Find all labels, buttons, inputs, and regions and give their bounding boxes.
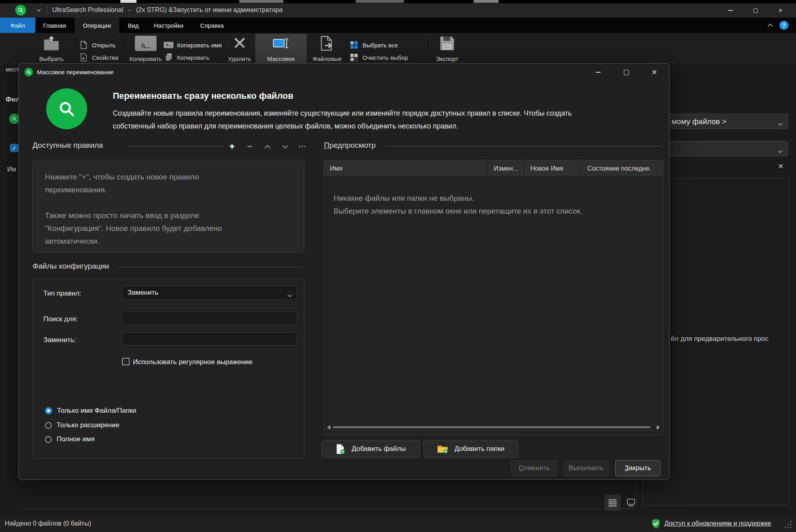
clear-filter-button[interactable]: ✕	[778, 162, 784, 171]
background-artifact	[474, 0, 499, 3]
tab-help[interactable]: Справка	[194, 18, 230, 33]
preview-pane-button[interactable]	[623, 495, 639, 511]
ribbon-delete-button[interactable]: ✕ Удалить	[227, 34, 252, 63]
ribbon-properties-button[interactable]: Свойства	[79, 52, 118, 63]
radio-name-only[interactable]: Только имя Файла/Папки	[45, 407, 136, 415]
ribbon-select-button[interactable]: Выбрать	[32, 34, 71, 63]
rule-type-select[interactable]: Заменить	[122, 286, 297, 300]
dialog-titlebar[interactable]: Массовое переименование ✕	[19, 63, 669, 81]
section-divider	[386, 146, 662, 147]
add-files-button[interactable]: Добавить файлы	[322, 440, 420, 458]
file-arrow-icon	[320, 34, 334, 53]
tab-home[interactable]: Главная	[39, 18, 71, 33]
replace-input[interactable]	[122, 332, 297, 345]
scrollbar-track[interactable]	[332, 424, 655, 431]
minimize-icon	[728, 10, 733, 11]
ribbon-select-all-button[interactable]: Выбрать все	[349, 39, 398, 51]
move-rule-up-button[interactable]	[263, 142, 272, 151]
ribbon-separator	[75, 35, 76, 62]
tab-operations[interactable]: Операции	[75, 18, 119, 33]
resize-grip[interactable]	[783, 520, 793, 529]
preview-pane-icon	[627, 499, 635, 507]
status-found-count: Найдено 0 файлов (0 байты)	[5, 520, 91, 527]
floppy-disk-icon	[439, 34, 455, 53]
more-rules-button[interactable]: ···	[298, 142, 307, 151]
chevron-up-icon	[265, 145, 271, 149]
background-artifact	[356, 0, 404, 3]
ribbon-export-button[interactable]: Экспорт	[433, 34, 462, 63]
help-button[interactable]: ?	[779, 20, 789, 30]
scroll-left-arrow-icon[interactable]	[326, 424, 332, 430]
ribbon-separator	[224, 35, 224, 62]
close-icon: ✕	[778, 7, 783, 14]
preview-table-header: Имя Измен... Новое Имя Состояние последн…	[324, 160, 663, 177]
background-name-column-fragment: Им	[7, 166, 16, 173]
ribbon-open-button[interactable]: Открыть	[79, 39, 116, 51]
support-link[interactable]: Доступ к обновлениям и поддержке	[651, 518, 771, 529]
preview-empty-message-line1: Никакие файлы или папки не выбраны.	[334, 194, 474, 203]
column-header-new-name[interactable]: Новое Имя	[524, 160, 581, 177]
titlebar-separator	[47, 6, 47, 15]
dialog-close-button[interactable]: ✕	[646, 66, 663, 79]
bulk-rename-dialog: Массовое переименование ✕ Переименовать …	[18, 63, 670, 480]
quick-access-caret-icon[interactable]	[35, 7, 42, 13]
radio-icon	[45, 436, 52, 443]
move-rule-down-button[interactable]	[281, 142, 289, 151]
chevron-down-icon	[778, 120, 783, 127]
radio-full-name[interactable]: Полное имя	[45, 435, 95, 443]
rules-section-header: Доступные правила	[33, 141, 103, 150]
chevron-up-icon	[767, 24, 773, 27]
available-rules-list: Нажмите "+", чтобы создать новое правило…	[33, 160, 304, 252]
shield-check-icon	[651, 518, 661, 529]
remove-rule-button[interactable]: −	[245, 142, 254, 151]
window-titlebar[interactable]: UltraSearch Professional - (2x STRG) &За…	[0, 3, 796, 18]
close-dialog-button[interactable]: Закрыть	[615, 460, 660, 476]
radio-extension-only[interactable]: Только расширение	[45, 421, 120, 429]
close-button[interactable]: ✕	[768, 3, 793, 18]
ribbon-clear-selection-button[interactable]: Очистить выбор	[349, 52, 408, 63]
configuration-panel: Тип правил: Заменить Поиск для: Заменить…	[33, 279, 304, 459]
add-folders-button[interactable]: Добавить папки	[423, 440, 518, 458]
regex-checkbox[interactable]	[122, 358, 130, 365]
tab-file[interactable]: Файл	[0, 18, 35, 33]
execute-button[interactable]: Выполнить	[563, 460, 609, 476]
minimize-button[interactable]	[718, 3, 743, 18]
column-header-name[interactable]: Имя	[324, 160, 488, 177]
folder-up-icon	[42, 34, 61, 53]
preview-section-header: Предпросмотр	[324, 141, 376, 150]
help-icon: ?	[780, 21, 788, 30]
tab-settings[interactable]: Настройки	[148, 18, 189, 33]
collapse-ribbon-button[interactable]	[765, 20, 775, 30]
ribbon-copy-path-button[interactable]: \\... Копировать	[128, 34, 164, 63]
scrollbar-thumb[interactable]	[333, 426, 651, 428]
ribbon-copy-button[interactable]: Копировать	[164, 52, 210, 63]
ribbon-copy-name-button[interactable]: A... Копировать имя	[164, 39, 222, 51]
tab-view[interactable]: Вид	[123, 18, 144, 33]
search-for-input[interactable]	[122, 312, 297, 324]
select-all-checkbox[interactable]: ✓	[10, 144, 18, 152]
section-divider	[128, 146, 224, 147]
add-file-icon	[336, 444, 345, 455]
dialog-maximize-button[interactable]	[618, 66, 635, 79]
config-section-header: Файлы конфигурации	[33, 262, 109, 271]
ribbon-file-operations-button[interactable]: Файловые	[310, 34, 344, 63]
details-view-button[interactable]	[605, 495, 621, 511]
scroll-right-arrow-icon[interactable]	[655, 424, 662, 430]
radio-selected-icon	[45, 407, 52, 414]
column-header-modified[interactable]: Измен...	[488, 160, 524, 177]
horizontal-scrollbar[interactable]	[326, 424, 662, 431]
document-icon	[79, 41, 88, 49]
minimize-icon	[596, 72, 601, 73]
dialog-minimize-button[interactable]	[590, 66, 607, 79]
path-icon: \\...	[135, 36, 157, 51]
maximize-button[interactable]	[743, 3, 768, 18]
rule-type-label: Тип правил:	[43, 289, 81, 298]
ribbon-separator	[428, 35, 428, 62]
window-title: UltraSearch Professional - (2x STRG) &За…	[52, 6, 283, 14]
add-rule-button[interactable]: +	[228, 142, 236, 151]
column-header-last-state[interactable]: Состояние последне.	[581, 160, 663, 177]
status-bar: Найдено 0 файлов (0 байты) Доступ к обно…	[0, 515, 796, 532]
preview-panel-hint: йл для предварительного прос	[671, 335, 769, 343]
cancel-button[interactable]: Отменить	[511, 460, 558, 476]
app-logo-icon[interactable]	[15, 5, 26, 16]
